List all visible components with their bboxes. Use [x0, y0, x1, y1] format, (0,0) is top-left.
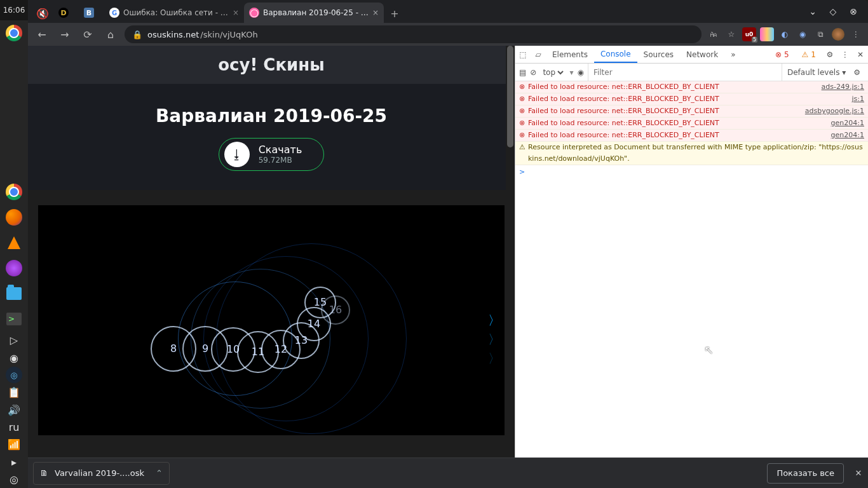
speaker-muted-icon[interactable]: 🔇	[32, 4, 53, 23]
tab-title: Варвалиан 2019-06-25 - осу!	[263, 8, 369, 17]
mouse-cursor: ↖	[704, 343, 714, 356]
window-close-icon[interactable]: ⊗	[848, 6, 859, 17]
skin-title: Варвалиан 2019-06-25	[156, 105, 387, 126]
tab-elements[interactable]: Elements	[546, 46, 594, 63]
log-levels[interactable]: Default levels ▾	[782, 64, 846, 81]
download-label: Скачать	[259, 144, 302, 156]
ublock-badge: 5	[752, 37, 757, 43]
download-size: 59.72MB	[259, 156, 302, 165]
home-button[interactable]: ⌂	[102, 25, 119, 43]
wifi-icon[interactable]: 📶	[0, 436, 28, 453]
console-settings-icon[interactable]: ⚙	[850, 68, 864, 77]
address-bar[interactable]: 🔒 osuskins.net /skin/vjUqKOh	[125, 25, 702, 43]
tab-strip: 🔇 D B G Ошибка: Ошибка сети - Goo × ◯ Ва…	[28, 0, 868, 23]
download-filename: Varvalian 2019-....osk	[55, 468, 144, 478]
error-count[interactable]: ⊗ 5	[769, 46, 796, 63]
browser-toolbar: ← → ⟳ ⌂ 🔒 osuskins.net /skin/vjUqKOh 🗛 ☆…	[28, 23, 868, 46]
devtools-tabbar: ⬚ ▱ Elements Console Sources Network » ⊗…	[515, 46, 868, 64]
devtools-close-icon[interactable]: ✕	[853, 46, 868, 63]
device-toolbar-icon[interactable]: ▱	[531, 46, 546, 63]
devtools-menu-icon[interactable]: ⋮	[837, 46, 853, 63]
console-filter-bar: ▤ ⊘ top ▾ ◉ Default levels ▾ ⚙	[515, 64, 868, 81]
log-row: ⊗Failed to load resource: net::ERR_BLOCK…	[515, 130, 868, 142]
page-scrollbar[interactable]	[506, 46, 515, 458]
settings-swirl-icon[interactable]: ◎	[0, 471, 28, 488]
log-row: ⚠Resource interpreted as Document but tr…	[515, 142, 868, 165]
address-host: osuskins.net	[147, 30, 199, 39]
console-input[interactable]	[528, 166, 864, 178]
ublock-icon[interactable]: u0 5	[742, 27, 756, 41]
extension-circle2-icon[interactable]: ◉	[796, 27, 810, 41]
rhythmbox-icon[interactable]: ◉	[0, 349, 28, 366]
tabs-more[interactable]: »	[724, 46, 742, 63]
vlc-icon[interactable]	[0, 230, 28, 255]
forward-button[interactable]: →	[56, 25, 74, 43]
chrome-launcher[interactable]	[0, 20, 28, 46]
log-row: ⊗Failed to load resource: net::ERR_BLOCK…	[515, 105, 868, 118]
bookmark-star-icon[interactable]: ☆	[724, 27, 738, 41]
new-tab-button[interactable]: +	[384, 4, 405, 23]
extension-circle-icon[interactable]: ◐	[778, 27, 792, 41]
skin-preview: 8 9 10 11 12 13 14 15 16 〉 〉 〉	[38, 205, 505, 435]
back-button[interactable]: ←	[33, 25, 51, 43]
warning-count[interactable]: ⚠ 1	[796, 46, 822, 63]
chrome-icon[interactable]	[0, 179, 28, 205]
tab-title: Ошибка: Ошибка сети - Goo	[123, 8, 229, 17]
context-selector[interactable]: top	[540, 67, 566, 78]
download-shelf-close-icon[interactable]: ✕	[849, 468, 868, 478]
download-item-menu-icon[interactable]: ⌃	[156, 468, 163, 478]
tab-close-icon[interactable]: ×	[233, 8, 239, 17]
files-icon[interactable]	[0, 281, 28, 306]
flame-icon[interactable]	[0, 255, 28, 281]
tab-osuskins[interactable]: ◯ Варвалиан 2019-06-25 - осу! ×	[244, 3, 384, 23]
devtools-settings-icon[interactable]: ⚙	[822, 46, 837, 63]
carousel-next-icon[interactable]: 〉	[488, 331, 501, 348]
download-icon: ⭳	[224, 142, 250, 167]
download-item[interactable]: 🗎 Varvalian 2019-....osk ⌃	[33, 462, 170, 485]
console-filter-input[interactable]	[588, 64, 778, 81]
dock-expand-icon[interactable]: ▸	[0, 453, 28, 470]
clipboard-icon[interactable]: 📋	[0, 384, 28, 401]
download-button[interactable]: ⭳ Скачать 59.72MB	[219, 138, 325, 171]
lang-indicator[interactable]: ru	[0, 419, 28, 436]
download-shelf: 🗎 Varvalian 2019-....osk ⌃ Показать все …	[28, 458, 868, 488]
inspect-element-icon[interactable]: ⬚	[515, 46, 531, 63]
carousel-next-icon[interactable]: 〉	[488, 350, 501, 367]
reading-list-icon[interactable]: ⧉	[813, 27, 827, 41]
tab-sources[interactable]: Sources	[637, 46, 680, 63]
log-row: ⊗Failed to load resource: net::ERR_BLOCK…	[515, 93, 868, 105]
play-icon[interactable]: ▷	[0, 332, 28, 349]
console-sidebar-icon[interactable]: ▤	[519, 68, 526, 77]
console-prompt[interactable]: >	[515, 165, 868, 179]
webpage: осу! Скины Варвалиан 2019-06-25 ⭳ Скачат…	[28, 46, 515, 458]
show-all-downloads-button[interactable]: Показать все	[767, 463, 844, 484]
site-header: осу! Скины	[28, 46, 515, 84]
translate-icon[interactable]: 🗛	[707, 27, 721, 41]
lock-icon: 🔒	[132, 30, 142, 39]
browser-content: осу! Скины Варвалиан 2019-06-25 ⭳ Скачат…	[28, 46, 868, 458]
devtools: ⬚ ▱ Elements Console Sources Network » ⊗…	[515, 46, 868, 458]
terminal-icon[interactable]: >	[0, 306, 28, 332]
tab-console[interactable]: Console	[594, 46, 637, 63]
log-row: ⊗Failed to load resource: net::ERR_BLOCK…	[515, 81, 868, 93]
extension-rainbow-icon[interactable]	[760, 27, 774, 41]
gnome-dock: > ▷ ◉ ◎ 📋 🔊 ru 📶 ▸ ◎	[0, 20, 28, 488]
live-expression-icon[interactable]: ◉	[577, 68, 583, 77]
carousel-next-icon[interactable]: 〉	[488, 312, 501, 329]
tab-network[interactable]: Network	[680, 46, 724, 63]
firefox-icon[interactable]	[0, 205, 28, 230]
tab-vk[interactable]: B	[79, 3, 104, 23]
tab-google-error[interactable]: G Ошибка: Ошибка сети - Goo ×	[104, 3, 244, 23]
window-minimize-icon[interactable]: ⌄	[807, 6, 818, 17]
profile-avatar[interactable]	[831, 27, 845, 41]
clear-console-icon[interactable]: ⊘	[530, 68, 536, 77]
tab-close-icon[interactable]: ×	[372, 8, 379, 17]
volume-icon[interactable]: 🔊	[0, 401, 28, 418]
reload-button[interactable]: ⟳	[79, 25, 97, 43]
system-clock: 16:06	[0, 0, 28, 20]
chrome-menu-icon[interactable]: ⋮	[849, 27, 863, 41]
steam-icon[interactable]: ◎	[0, 367, 28, 384]
window-maximize-icon[interactable]: ◇	[827, 6, 839, 17]
log-row: ⊗Failed to load resource: net::ERR_BLOCK…	[515, 118, 868, 130]
tab-d[interactable]: D	[53, 3, 79, 23]
